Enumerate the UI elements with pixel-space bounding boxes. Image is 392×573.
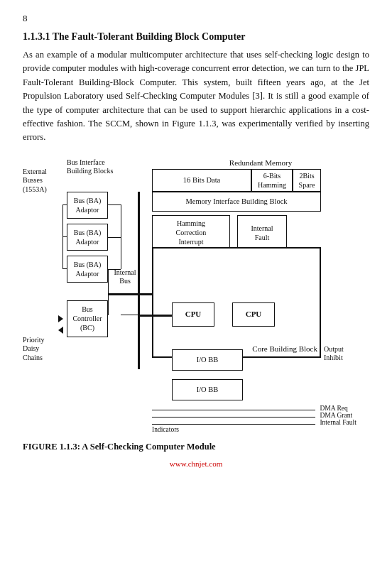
body-text: As an example of a modular multicomputer… <box>23 48 369 145</box>
bus-adaptor-1: Bus (BA)Adaptor <box>67 192 108 219</box>
cpu1-box: CPU <box>172 302 214 327</box>
section-title: 1.1.3.1 The Fault-Tolerant Building Bloc… <box>23 31 369 43</box>
page-number: 8 <box>23 13 369 24</box>
bus-adaptor-2: Bus (BA)Adaptor <box>67 224 108 251</box>
figure-caption: FIGURE 1.1.3: A Self-Checking Computer M… <box>23 442 369 452</box>
cpu2-box: CPU <box>232 302 275 327</box>
diagram-container: External Busses(1553A) Bus InterfaceBuil… <box>23 155 369 432</box>
bits-2-box: 2BitsSpare <box>293 169 321 192</box>
memory-interface-box: Memory Interface Building Block <box>152 192 321 212</box>
website: www.chnjet.com <box>23 459 369 468</box>
bits-6-box: 6-BitsHamming <box>251 169 293 192</box>
hamming-box: HammingCorrectionInterrupt <box>152 215 230 251</box>
io-bb1-box: I/O BB <box>172 349 243 371</box>
arrow-right-1 <box>58 315 63 322</box>
dma-grant-label: DMA Grant <box>152 412 352 419</box>
priority-daisy-label: PriorityDaisyChains <box>23 336 62 363</box>
internal-fault-indicators-label: Internal Fault Indicators <box>152 419 369 433</box>
bus-controller: BusController(BC) <box>67 300 108 337</box>
bits-16-box: 16 Bits Data <box>152 169 251 192</box>
bus-interface-label: Bus InterfaceBuilding Blocks <box>67 158 124 176</box>
internal-fault-box: InternalFault <box>237 215 287 251</box>
internal-bus-label: InternalBus <box>112 268 138 286</box>
external-busses-label: External Busses(1553A) <box>23 168 65 195</box>
output-inhibit-label: OutputInhibit <box>324 345 366 363</box>
dma-req-label: DMA Req <box>152 405 348 412</box>
io-bb2-box: I/O BB <box>172 379 243 400</box>
bus-adaptor-3: Bus (BA)Adaptor <box>67 256 108 283</box>
arrow-left-1 <box>58 327 63 334</box>
redundant-memory-label: Redundant Memory <box>222 158 300 168</box>
